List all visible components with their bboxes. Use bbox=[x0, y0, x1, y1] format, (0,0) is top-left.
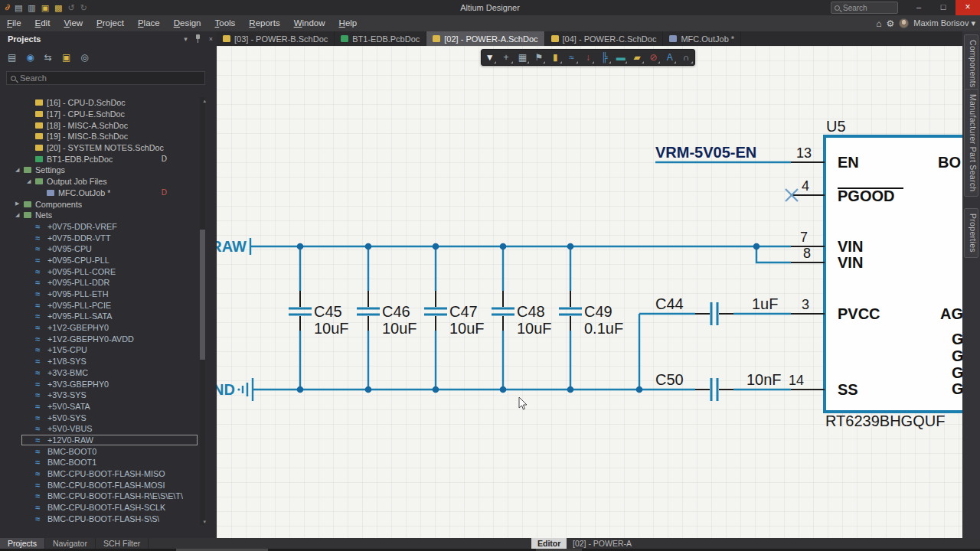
menu-place[interactable]: Place bbox=[131, 15, 167, 31]
cap-ref[interactable]: C46 bbox=[382, 303, 410, 320]
tree-item-net[interactable]: ≈BMC-BOOT0 bbox=[0, 445, 199, 457]
sheet-tool-icon[interactable]: ▬ bbox=[613, 51, 628, 64]
tree-item-net[interactable]: ≈+0V95-PLL-ETH bbox=[0, 289, 199, 300]
menu-reports[interactable]: Reports bbox=[242, 15, 286, 31]
tree-item[interactable]: [18] - MISC-A.SchDoc bbox=[0, 119, 199, 131]
doc-tab[interactable]: [04] - POWER-C.SchDoc bbox=[545, 31, 664, 46]
cap-ref[interactable]: C49 bbox=[584, 303, 612, 320]
move-tool-icon[interactable]: + bbox=[499, 51, 514, 64]
redo-icon[interactable]: ↻ bbox=[80, 0, 87, 15]
tree-item[interactable]: [16] - CPU-D.SchDoc bbox=[0, 97, 199, 109]
capacitor-c46[interactable]: C4610uF bbox=[357, 246, 417, 390]
right-tab-properties[interactable]: Properties bbox=[964, 208, 978, 258]
capacitor-c49[interactable]: C490.1uF bbox=[559, 246, 623, 390]
filter-tool-icon[interactable]: ▼ bbox=[482, 51, 497, 64]
capacitor-c48[interactable]: C4810uF bbox=[492, 246, 552, 390]
bus-tool-icon[interactable]: ╠ bbox=[597, 51, 612, 64]
bottom-tab-navigator[interactable]: Navigator bbox=[45, 538, 96, 549]
placement-flag-tool-icon[interactable]: ⚑ bbox=[531, 51, 546, 64]
doc-tab[interactable]: MFC.OutJob * bbox=[663, 31, 741, 46]
collapsed-arrow-icon[interactable]: ▶ bbox=[15, 201, 19, 207]
cap-ref[interactable]: C45 bbox=[314, 303, 342, 320]
right-tab-manufacturer-part-search[interactable]: Manufacturer Part Search bbox=[964, 89, 978, 197]
menu-project[interactable]: Project bbox=[90, 15, 131, 31]
panel-close-icon[interactable]: × bbox=[205, 35, 217, 43]
cap-ref[interactable]: C48 bbox=[517, 303, 545, 320]
no-erc-tool-icon[interactable]: ⊘ bbox=[646, 51, 661, 64]
minimize-button[interactable]: – bbox=[906, 0, 931, 15]
undo-icon[interactable]: ↺ bbox=[68, 0, 75, 15]
tree-item-net[interactable]: ≈+3V3-GBEPHY0 bbox=[0, 378, 199, 390]
menu-help[interactable]: Help bbox=[332, 15, 364, 31]
tree-item-net[interactable]: ≈+1V2-GBEPHY0-AVDD bbox=[0, 333, 199, 344]
expanded-arrow-icon[interactable]: ◢ bbox=[27, 178, 31, 184]
tree-item[interactable]: [19] - MISC-B.SchDoc bbox=[0, 131, 199, 142]
cap-ref[interactable]: C47 bbox=[449, 303, 478, 320]
expanded-arrow-icon[interactable]: ◢ bbox=[15, 167, 19, 173]
tree-item-net[interactable]: ≈+0V95-CPU bbox=[0, 243, 199, 255]
tree-item-net[interactable]: ≈+5V0-VBUS bbox=[0, 423, 199, 435]
tree-item-net[interactable]: ≈+0V75-DDR-VTT bbox=[0, 232, 199, 243]
tree-item-net[interactable]: ≈+3V3-SYS bbox=[0, 390, 199, 401]
tree-item-net[interactable]: ≈BMC-BOOT1 bbox=[0, 457, 199, 468]
close-button[interactable]: × bbox=[956, 0, 980, 15]
save-icon[interactable]: ▤ bbox=[15, 0, 22, 15]
menu-tools[interactable]: Tools bbox=[208, 15, 243, 31]
settings-icon[interactable]: ◎ bbox=[80, 52, 88, 63]
tree-item[interactable]: BT1-EDB.PcbDocD bbox=[0, 153, 199, 165]
cap-value[interactable]: 10uF bbox=[314, 320, 349, 337]
cap-value[interactable]: 10uF bbox=[517, 320, 552, 337]
doc-tab[interactable]: [02] - POWER-A.SchDoc bbox=[426, 31, 544, 46]
tree-item-net[interactable]: ≈+1V5-CPU bbox=[0, 344, 199, 356]
text-tool-icon[interactable]: A bbox=[662, 51, 677, 64]
tree-item-net[interactable]: ≈+3V3-BMC bbox=[0, 367, 199, 379]
home-icon[interactable]: ⌂ bbox=[876, 18, 881, 29]
menu-edit[interactable]: Edit bbox=[28, 15, 57, 31]
menu-window[interactable]: Window bbox=[287, 15, 332, 31]
tree-item[interactable]: [17] - CPU-E.SchDoc bbox=[0, 109, 199, 120]
tree-item[interactable]: ◢Settings bbox=[0, 165, 199, 176]
doc-tab[interactable]: [03] - POWER-B.SchDoc bbox=[217, 31, 335, 46]
altium-logo[interactable]: ∂ bbox=[5, 0, 9, 15]
global-search-box[interactable]: Search bbox=[831, 2, 898, 14]
tree-scrollbar-thumb[interactable] bbox=[200, 230, 205, 360]
cap-value[interactable]: 10uF bbox=[449, 320, 485, 337]
tree-item-net[interactable]: ≈+5V0-SATA bbox=[0, 401, 199, 412]
tree-item-net[interactable]: ≈+5V0-SYS bbox=[0, 412, 199, 423]
tree-item-net[interactable]: ≈+0V95-PLL-DDR bbox=[0, 277, 199, 289]
save-all-icon[interactable]: ▥ bbox=[28, 0, 35, 15]
panel-menu-icon[interactable]: ▾ bbox=[180, 35, 191, 43]
tree-item-net[interactable]: ≈BMC-CPU-BOOT-FLASH-SCLK bbox=[0, 502, 199, 514]
cap-value[interactable]: 0.1uF bbox=[584, 320, 623, 337]
tree-item-net[interactable]: ≈+0V75-DDR-VREF bbox=[0, 221, 199, 233]
storage-icon[interactable]: ▤ bbox=[8, 52, 16, 63]
tree-item-net[interactable]: ≈+0V95-CPU-PLL bbox=[0, 255, 199, 266]
tree-item-net[interactable]: ≈+0V95-PLL-SATA bbox=[0, 311, 199, 322]
tree-item-net[interactable]: ≈BMC-CPU-BOOT-FLASH-MOSI bbox=[0, 479, 199, 491]
gear-icon[interactable]: ⚙ bbox=[887, 18, 895, 29]
open-folder-icon[interactable]: ▣ bbox=[62, 52, 70, 63]
bottom-tab-projects[interactable]: Projects bbox=[0, 538, 45, 549]
open-all-icon[interactable]: ▩ bbox=[54, 0, 62, 15]
scroll-down-icon[interactable]: ▾ bbox=[203, 519, 206, 525]
open-icon[interactable]: ▣ bbox=[41, 0, 49, 15]
tree-item-net[interactable]: ≈BMC-CPU-BOOT-FLASH-MISO bbox=[0, 468, 199, 480]
tree-item-net[interactable]: ≈+1V8-SYS bbox=[0, 356, 199, 367]
menu-design[interactable]: Design bbox=[167, 15, 208, 31]
power-port-tool-icon[interactable]: ↓ bbox=[580, 51, 595, 64]
label-tool-icon[interactable]: ▰ bbox=[630, 51, 645, 64]
doc-tab[interactable]: BT1-EDB.PcbDoc bbox=[335, 31, 426, 46]
editor-mode-tab[interactable]: Editor bbox=[531, 538, 567, 549]
tree-item-net[interactable]: ≈BMC-CPU-BOOT-FLASH-R\E\S\E\T\ bbox=[0, 491, 199, 502]
tree-item-net[interactable]: ≈BMC-CPU-BOOT-FLASH-S\S\ bbox=[0, 513, 199, 524]
tree-item-net[interactable]: ≈+0V95-PLL-PCIE bbox=[0, 299, 199, 311]
tree-item[interactable]: MFC.OutJob *D bbox=[0, 187, 199, 199]
tree-item[interactable]: ◢Nets bbox=[0, 210, 199, 221]
tree-item-net[interactable]: ≈+12V0-RAW bbox=[0, 435, 199, 446]
tree-scrollbar[interactable] bbox=[200, 97, 205, 525]
pin-icon[interactable] bbox=[195, 34, 201, 43]
scroll-up-icon[interactable]: ▴ bbox=[203, 98, 206, 104]
cap-value[interactable]: 10uF bbox=[382, 320, 417, 337]
restore-button[interactable]: □ bbox=[931, 0, 956, 15]
tree-item[interactable]: [20] - SYSTEM NOTES.SchDoc bbox=[0, 142, 199, 154]
